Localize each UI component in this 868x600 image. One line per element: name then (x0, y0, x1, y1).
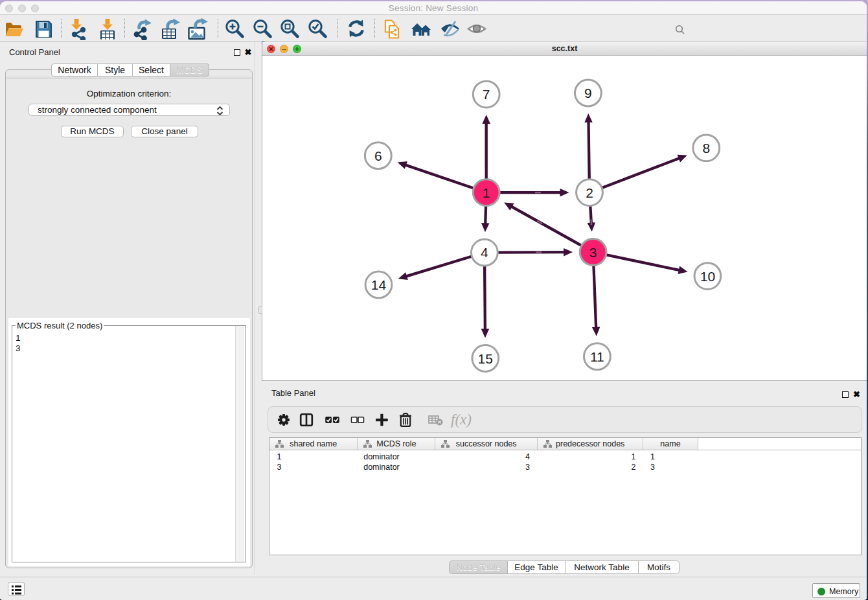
svg-text:4: 4 (481, 245, 488, 260)
svg-text:10: 10 (700, 269, 715, 284)
svg-text:2: 2 (586, 185, 593, 200)
svg-text:15: 15 (478, 351, 493, 366)
svg-text:8: 8 (702, 141, 710, 156)
svg-text:9: 9 (584, 86, 592, 100)
svg-text:7: 7 (483, 87, 490, 102)
svg-text:3: 3 (589, 245, 597, 260)
svg-text:f(x): f(x) (451, 411, 472, 428)
svg-text:6: 6 (374, 148, 382, 163)
svg-text:1: 1 (483, 185, 490, 200)
svg-text:11: 11 (590, 349, 604, 364)
svg-text:14: 14 (371, 277, 387, 292)
